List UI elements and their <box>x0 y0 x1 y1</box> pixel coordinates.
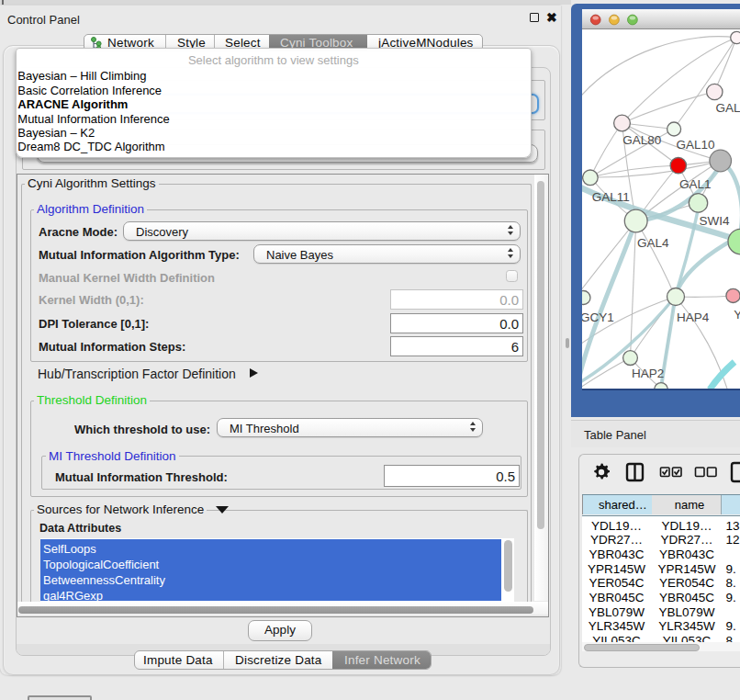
svg-text:GAL10: GAL10 <box>677 138 715 152</box>
svg-text:GAL11: GAL11 <box>592 190 630 204</box>
svg-text:Y: Y <box>734 308 740 322</box>
svg-text:GAL1: GAL1 <box>679 176 712 190</box>
svg-text:GAL4: GAL4 <box>637 236 669 250</box>
svg-text:SWI4: SWI4 <box>700 213 730 227</box>
svg-text:GAL7: GAL7 <box>716 101 740 115</box>
svg-text:HAP4: HAP4 <box>677 310 710 324</box>
svg-text:GAL80: GAL80 <box>622 133 661 147</box>
svg-text:GCY1: GCY1 <box>582 310 614 324</box>
svg-text:HAP2: HAP2 <box>632 367 664 380</box>
